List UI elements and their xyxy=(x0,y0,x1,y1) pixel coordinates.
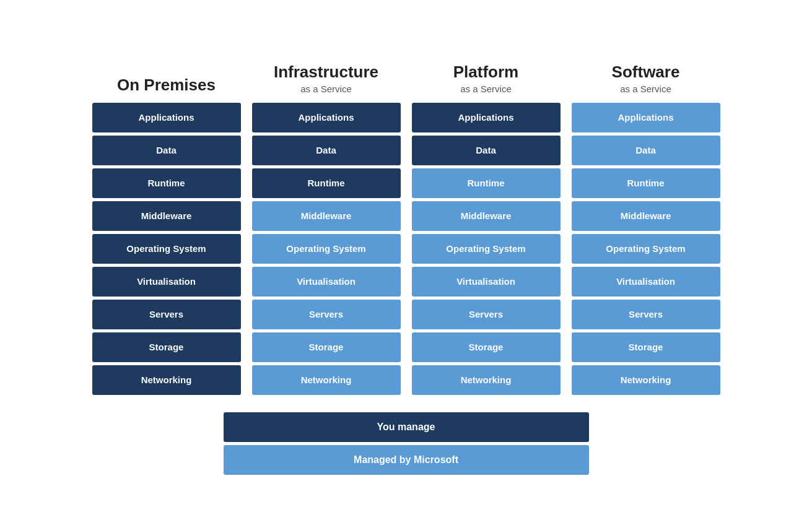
tile-paas-data: Data xyxy=(412,136,561,165)
tile-saas-data: Data xyxy=(572,136,720,165)
tile-paas-middleware: Middleware xyxy=(412,201,561,231)
stack-saas: Applications Data Runtime Middleware Ope… xyxy=(572,103,720,395)
column-title-saas: Software xyxy=(612,63,680,82)
tile-saas-storage: Storage xyxy=(572,332,720,362)
tile-on-premises-networking: Networking xyxy=(92,365,241,395)
tile-paas-storage: Storage xyxy=(412,332,561,362)
tile-iaas-data: Data xyxy=(252,136,401,165)
tile-iaas-networking: Networking xyxy=(252,365,401,395)
stack-on-premises: Applications Data Runtime Middleware Ope… xyxy=(92,103,241,395)
tile-saas-applications: Applications xyxy=(572,103,720,132)
tile-on-premises-runtime: Runtime xyxy=(92,168,241,198)
tile-iaas-os: Operating System xyxy=(252,234,401,264)
column-header-on-premises: On Premises xyxy=(117,46,216,95)
stack-iaas: Applications Data Runtime Middleware Ope… xyxy=(252,103,401,395)
column-saas: Software as a Service Applications Data … xyxy=(572,46,720,395)
column-title-paas: Platform xyxy=(453,63,518,82)
tile-paas-servers: Servers xyxy=(412,300,561,329)
tile-saas-runtime: Runtime xyxy=(572,168,720,198)
tile-saas-virtualisation: Virtualisation xyxy=(572,267,720,297)
legend-you-manage: You manage xyxy=(224,412,589,442)
column-subtitle-paas: as a Service xyxy=(460,82,512,95)
tile-paas-applications: Applications xyxy=(412,103,561,132)
tile-paas-networking: Networking xyxy=(412,365,561,395)
column-title-on-premises: On Premises xyxy=(117,76,216,95)
tile-on-premises-applications: Applications xyxy=(92,103,241,132)
tile-saas-middleware: Middleware xyxy=(572,201,720,231)
column-title-iaas: Infrastructure xyxy=(274,63,378,82)
legend-row: You manage Managed by Microsoft xyxy=(224,412,589,475)
column-header-saas: Software as a Service xyxy=(612,46,680,95)
tile-iaas-middleware: Middleware xyxy=(252,201,401,231)
tile-iaas-applications: Applications xyxy=(252,103,401,132)
tile-iaas-virtualisation: Virtualisation xyxy=(252,267,401,297)
tile-paas-runtime: Runtime xyxy=(412,168,561,198)
column-iaas: Infrastructure as a Service Applications… xyxy=(252,46,401,395)
tile-iaas-storage: Storage xyxy=(252,332,401,362)
tile-on-premises-data: Data xyxy=(92,136,241,165)
tile-on-premises-middleware: Middleware xyxy=(92,201,241,231)
tile-paas-virtualisation: Virtualisation xyxy=(412,267,561,297)
tile-paas-os: Operating System xyxy=(412,234,561,264)
column-subtitle-saas: as a Service xyxy=(620,82,671,95)
legend-managed-by-microsoft: Managed by Microsoft xyxy=(224,445,589,475)
tile-iaas-runtime: Runtime xyxy=(252,168,401,198)
tile-saas-networking: Networking xyxy=(572,365,720,395)
tile-on-premises-virtualisation: Virtualisation xyxy=(92,267,241,297)
tile-saas-os: Operating System xyxy=(572,234,720,264)
column-header-iaas: Infrastructure as a Service xyxy=(274,46,378,95)
tile-on-premises-os: Operating System xyxy=(92,234,241,264)
tile-on-premises-storage: Storage xyxy=(92,332,241,362)
columns-row: On Premises Applications Data Runtime Mi… xyxy=(12,46,800,395)
diagram-container: On Premises Applications Data Runtime Mi… xyxy=(12,46,800,475)
stack-paas: Applications Data Runtime Middleware Ope… xyxy=(412,103,561,395)
column-header-paas: Platform as a Service xyxy=(453,46,518,95)
tile-on-premises-servers: Servers xyxy=(92,300,241,329)
tile-iaas-servers: Servers xyxy=(252,300,401,329)
column-on-premises: On Premises Applications Data Runtime Mi… xyxy=(92,46,241,395)
column-subtitle-iaas: as a Service xyxy=(300,82,352,95)
tile-saas-servers: Servers xyxy=(572,300,720,329)
column-paas: Platform as a Service Applications Data … xyxy=(412,46,561,395)
